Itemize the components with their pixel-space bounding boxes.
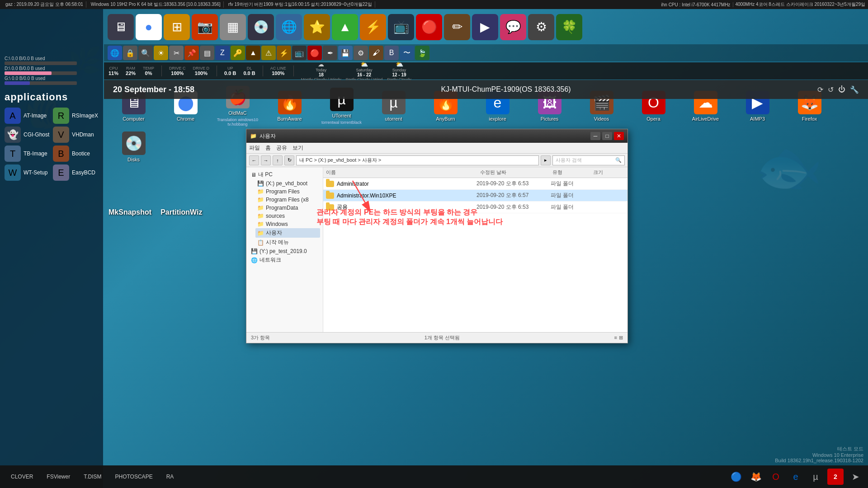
pin-t2-icon[interactable]: 📌 bbox=[184, 46, 199, 60]
firefox-icon-label: Firefox bbox=[802, 116, 817, 122]
fe-sidebar-item-0[interactable]: 🖥내 PC bbox=[249, 170, 320, 179]
triangle-toolbar[interactable]: ▲ bbox=[332, 14, 358, 40]
leaf-t2-icon[interactable]: 🍃 bbox=[415, 46, 429, 60]
fe-sidebar-item-7[interactable]: 📁사용자 bbox=[255, 228, 320, 238]
light-t2-icon[interactable]: ⚡ bbox=[277, 46, 291, 60]
firefox-taskicon[interactable]: 🦊 bbox=[748, 469, 764, 485]
wave-t2-icon[interactable]: 〜 bbox=[400, 46, 414, 60]
fe-col-size[interactable]: 크기 bbox=[593, 169, 625, 176]
disks-icon[interactable]: 💿 Disks bbox=[108, 127, 160, 167]
tri-t2-icon[interactable]: ▲ bbox=[246, 46, 260, 60]
key-t2-icon[interactable]: 🔑 bbox=[231, 46, 245, 60]
fe-sidebar-item-4[interactable]: 📁ProgramData bbox=[255, 204, 320, 212]
app-item-tb-image[interactable]: T TB-Image bbox=[5, 145, 50, 162]
fe-maximize-button[interactable]: □ bbox=[602, 132, 612, 140]
globe-toolbar[interactable]: 🌐 bbox=[276, 14, 302, 40]
utorrent-taskicon[interactable]: µ bbox=[807, 469, 824, 485]
photo-toolbar[interactable]: 📷 bbox=[192, 14, 218, 40]
fe-col-name[interactable]: 이름 bbox=[326, 169, 480, 176]
fe-back-button[interactable]: ← bbox=[249, 155, 259, 165]
fe-menu-view[interactable]: 보기 bbox=[292, 144, 303, 152]
record-toolbar[interactable]: 🔴 bbox=[416, 14, 442, 40]
lightning-toolbar[interactable]: ⚡ bbox=[360, 14, 386, 40]
fe-col-date[interactable]: 수정된 날짜 bbox=[480, 169, 552, 176]
lock-t2-icon[interactable]: 🔒 bbox=[123, 46, 137, 60]
fe-menu-share[interactable]: 공유 bbox=[276, 144, 287, 152]
mk-snapshot-button[interactable]: MkSnapshot bbox=[108, 208, 151, 216]
fe-sidebar-item-1[interactable]: 💾(X:) pe_vhd_boot bbox=[255, 179, 320, 188]
brush-t2-icon[interactable]: 🖌 bbox=[369, 46, 383, 60]
fe-sidebar-item-6[interactable]: 📁Windows bbox=[255, 220, 320, 228]
app-item-rsimage-x[interactable]: R RSImageX bbox=[53, 108, 99, 124]
fe-forward-button[interactable]: → bbox=[261, 155, 271, 165]
fe-col-type[interactable]: 유형 bbox=[552, 169, 593, 176]
arrow-taskicon[interactable]: ➤ bbox=[847, 469, 863, 485]
refresh-icon[interactable]: ↺ bbox=[828, 85, 834, 94]
clover-toolbar[interactable]: 🍀 bbox=[556, 14, 582, 40]
settings-icon[interactable]: 🔧 bbox=[850, 85, 859, 94]
app-item-cgi-ghost[interactable]: 👻 CGI-Ghost bbox=[5, 127, 50, 143]
opera-taskicon[interactable]: O bbox=[768, 469, 784, 485]
warn-t2-icon[interactable]: ⚠ bbox=[261, 46, 276, 60]
barcode-toolbar[interactable]: ▦ bbox=[220, 14, 246, 40]
ie-taskicon[interactable]: e bbox=[788, 469, 804, 485]
fe-sidebar-item-3[interactable]: 📁Program Files (x8 bbox=[255, 196, 320, 204]
fe-sidebar-item-8[interactable]: 📋시작 메뉴 bbox=[255, 238, 320, 247]
grid-toolbar[interactable]: ⊞ bbox=[164, 14, 190, 40]
taskbar-item-ra[interactable]: RA bbox=[160, 471, 180, 483]
fe-list-view-button[interactable]: ≡ bbox=[614, 335, 617, 341]
pen-t2-icon[interactable]: ✒ bbox=[323, 46, 337, 60]
save-t2-icon[interactable]: 💾 bbox=[338, 46, 353, 60]
taskbar-item-photoscape[interactable]: PHOTOSCAPE bbox=[109, 471, 159, 483]
monitor-t2-icon[interactable]: 📺 bbox=[292, 46, 307, 60]
fe-address-bar[interactable]: 내 PC > (X:) pe_vhd_boot > 사용자 > bbox=[296, 155, 539, 165]
app-item-easy-bcd[interactable]: E EasyBCD bbox=[53, 164, 99, 181]
fe-file-row-2[interactable]: 공용 2019-09-20 오후 6:53 파일 폴더 bbox=[323, 202, 627, 213]
scissors-t2-icon[interactable]: ✂ bbox=[169, 46, 184, 60]
restart-icon[interactable]: ⟳ bbox=[817, 85, 823, 94]
red-t2-icon[interactable]: 🔴 bbox=[307, 46, 322, 60]
fe-menu-file[interactable]: 파일 bbox=[249, 144, 260, 152]
disk-toolbar[interactable]: 💿 bbox=[248, 14, 274, 40]
app-item-wt-setup[interactable]: W WT-Setup bbox=[5, 164, 50, 181]
star-toolbar[interactable]: ⭐ bbox=[304, 14, 330, 40]
fe-up-button[interactable]: ↑ bbox=[273, 155, 283, 165]
taskbar-item-tdism[interactable]: T.DISM bbox=[77, 471, 108, 483]
taskbar-item-fsviewer[interactable]: FSViewer bbox=[40, 471, 76, 483]
gear-toolbar[interactable]: ⚙ bbox=[528, 14, 554, 40]
talk-toolbar[interactable]: 💬 bbox=[500, 14, 526, 40]
app-item-vhd-man[interactable]: V VHDman bbox=[53, 127, 99, 143]
fe-menu-home[interactable]: 홈 bbox=[265, 144, 271, 152]
badge-taskicon[interactable]: 2 bbox=[827, 469, 844, 485]
app-item-bootice[interactable]: B Bootice bbox=[53, 145, 99, 162]
sun-t2-icon[interactable]: ☀ bbox=[154, 46, 168, 60]
b-t2-icon[interactable]: B bbox=[384, 46, 399, 60]
search-t2-icon[interactable]: 🔍 bbox=[138, 46, 153, 60]
computer-toolbar[interactable]: 🖥 bbox=[108, 14, 134, 40]
fe-close-button[interactable]: ✕ bbox=[614, 132, 624, 140]
edit-toolbar[interactable]: ✏ bbox=[444, 14, 470, 40]
fe-address-refresh[interactable]: ▸ bbox=[541, 155, 551, 165]
app-item-at-image[interactable]: A AT-Image bbox=[5, 108, 50, 124]
partition-wiz-button[interactable]: PartitionWiz bbox=[160, 208, 202, 216]
stripe-t2-icon[interactable]: ▤ bbox=[200, 46, 214, 60]
chrome-taskicon[interactable]: 🔵 bbox=[728, 469, 744, 485]
player-toolbar[interactable]: ▶ bbox=[472, 14, 498, 40]
fe-file-row-1[interactable]: Administrator.Win10XPE 2019-09-20 오후 6:5… bbox=[323, 190, 627, 202]
fe-sidebar-item-2[interactable]: 📁Program Files bbox=[255, 188, 320, 196]
fe-sidebar-item-9[interactable]: 💾(Y:) pe_test_2019.0 bbox=[249, 247, 320, 255]
fe-search-bar[interactable]: 사용자 검색 🔍 bbox=[552, 155, 625, 165]
fe-sidebar-item-10[interactable]: 🌐네트워크 bbox=[249, 255, 320, 265]
fe-file-row-0[interactable]: Administrator 2019-09-20 오후 6:53 파일 폴더 bbox=[323, 178, 627, 190]
taskbar-item-clover[interactable]: CLOVER bbox=[5, 471, 39, 483]
fe-grid-view-button[interactable]: ⊞ bbox=[619, 335, 623, 341]
fe-sidebar-item-5[interactable]: 📁sources bbox=[255, 212, 320, 220]
power-icon[interactable]: ⏻ bbox=[838, 85, 845, 94]
fe-minimize-button[interactable]: ─ bbox=[590, 132, 600, 140]
fe-refresh-button[interactable]: ↻ bbox=[284, 155, 294, 165]
ie-t2-icon[interactable]: 🌐 bbox=[108, 46, 122, 60]
chrome-toolbar[interactable]: ● bbox=[136, 14, 162, 40]
monitor-toolbar[interactable]: 📺 bbox=[388, 14, 414, 40]
z-t2-icon[interactable]: Z bbox=[215, 46, 230, 60]
gear-t2-icon[interactable]: ⚙ bbox=[354, 46, 368, 60]
